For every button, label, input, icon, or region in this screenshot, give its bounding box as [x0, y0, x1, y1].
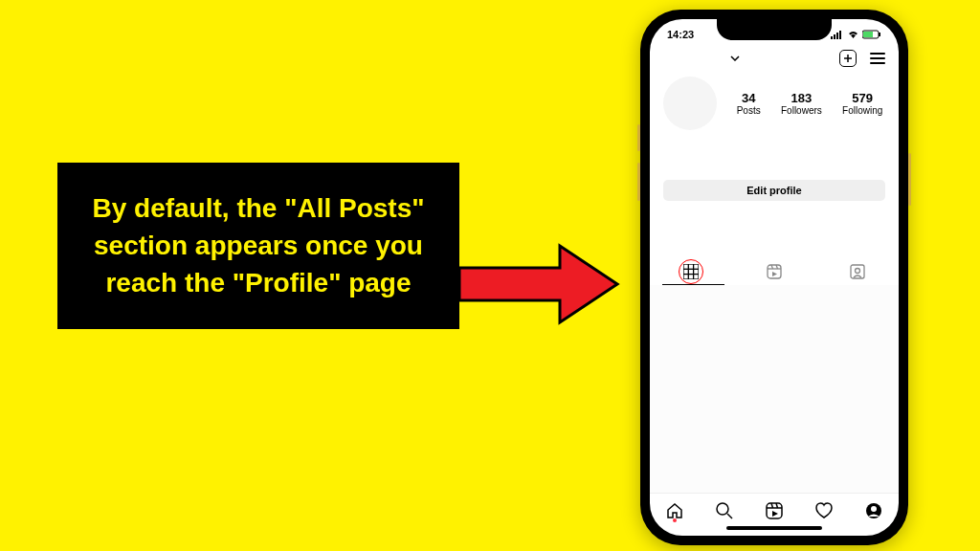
svg-point-28	[871, 506, 877, 512]
home-icon	[665, 501, 684, 520]
home-indicator	[726, 526, 822, 530]
wifi-icon	[847, 30, 859, 39]
svg-rect-4	[839, 31, 841, 39]
tagged-icon	[850, 264, 865, 279]
svg-line-21	[727, 514, 732, 518]
notification-dot	[673, 518, 677, 522]
content-tabs	[650, 256, 899, 285]
reels-nav-icon	[765, 501, 784, 520]
stats-container: 34 Posts 183 Followers 579 Following	[734, 91, 885, 116]
svg-rect-6	[863, 32, 873, 37]
home-nav[interactable]	[665, 501, 684, 520]
svg-rect-7	[879, 33, 880, 36]
heart-icon	[814, 501, 834, 520]
battery-icon	[862, 30, 881, 39]
profile-icon	[864, 501, 883, 520]
stat-count: 34	[737, 91, 761, 105]
svg-rect-3	[836, 33, 838, 39]
phone-power-button	[908, 153, 911, 206]
stat-label: Followers	[781, 105, 822, 116]
chevron-down-icon	[730, 55, 740, 61]
stat-label: Posts	[737, 105, 761, 116]
grid-tab[interactable]	[650, 264, 732, 285]
profile-header	[650, 46, 899, 75]
bottom-navigation	[650, 493, 899, 524]
svg-marker-0	[459, 246, 617, 322]
signal-icon	[831, 30, 844, 39]
search-icon	[715, 501, 734, 520]
menu-button[interactable]	[870, 53, 885, 64]
phone-side-button	[637, 124, 640, 151]
svg-rect-2	[834, 34, 835, 39]
svg-rect-22	[767, 503, 782, 518]
svg-rect-13	[768, 265, 781, 278]
header-actions	[839, 50, 885, 67]
edit-profile-label: Edit profile	[746, 185, 801, 196]
svg-point-19	[855, 269, 859, 274]
username-dropdown[interactable]	[663, 51, 740, 66]
svg-marker-17	[772, 272, 777, 276]
edit-profile-button[interactable]: Edit profile	[663, 180, 885, 201]
stat-count: 183	[781, 91, 822, 105]
active-tab-indicator	[662, 284, 724, 285]
reels-tab[interactable]	[733, 264, 815, 285]
svg-point-20	[717, 503, 728, 515]
avatar[interactable]	[663, 77, 717, 130]
phone-side-button	[637, 163, 640, 201]
svg-rect-1	[831, 36, 833, 39]
svg-rect-18	[851, 265, 864, 278]
tagged-tab[interactable]	[816, 264, 899, 285]
highlight-circle	[679, 259, 703, 284]
following-stat[interactable]: 579 Following	[842, 91, 882, 116]
status-time: 14:23	[667, 29, 694, 40]
pointer-arrow	[455, 241, 622, 327]
posts-grid	[650, 285, 899, 493]
stat-label: Following	[842, 105, 882, 116]
create-button[interactable]	[839, 50, 857, 67]
instruction-caption: By default, the "All Posts" section appe…	[57, 163, 459, 329]
story-highlights-area	[650, 209, 899, 256]
bio-section	[650, 138, 899, 172]
profile-nav[interactable]	[864, 501, 883, 520]
status-indicators	[831, 30, 881, 39]
phone-mockup: 14:23	[640, 10, 908, 545]
svg-marker-26	[772, 511, 778, 517]
stat-count: 579	[842, 91, 882, 105]
profile-info-row: 34 Posts 183 Followers 579 Following	[650, 75, 899, 138]
plus-icon	[843, 54, 853, 63]
posts-stat[interactable]: 34 Posts	[737, 91, 761, 116]
reels-nav[interactable]	[765, 501, 784, 520]
caption-text: By default, the "All Posts" section appe…	[77, 189, 440, 302]
activity-nav[interactable]	[814, 501, 834, 520]
username-text	[663, 51, 726, 66]
phone-screen: 14:23	[650, 19, 899, 536]
reels-icon	[767, 264, 782, 279]
phone-notch	[717, 19, 832, 40]
search-nav[interactable]	[715, 501, 734, 520]
followers-stat[interactable]: 183 Followers	[781, 91, 822, 116]
